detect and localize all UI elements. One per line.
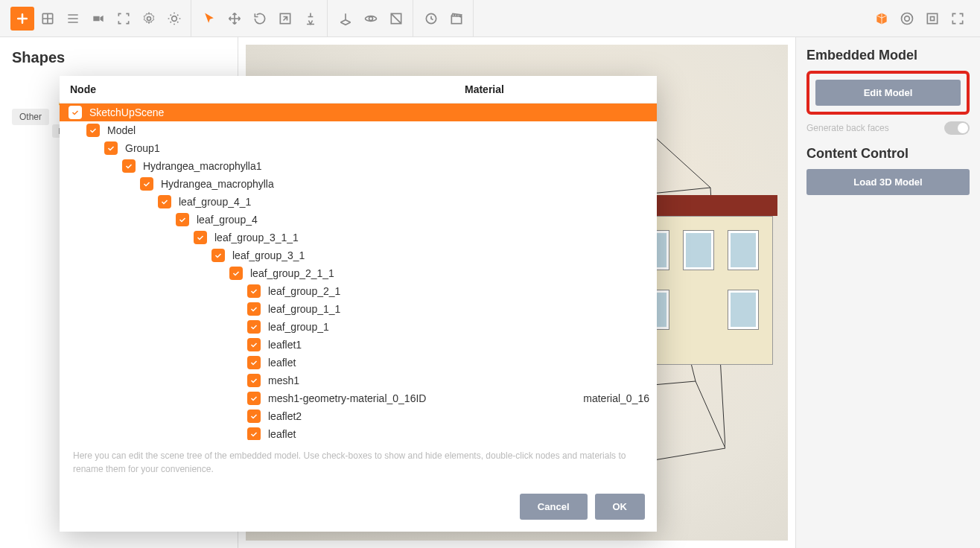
tree-row[interactable]: Group1 (60, 139, 657, 157)
scene-tree[interactable]: SketchUpSceneModelGroup1Hydrangea_macrop… (60, 103, 657, 440)
tree-checkbox[interactable] (158, 195, 171, 208)
svg-point-2 (172, 16, 177, 21)
tree-checkbox[interactable] (247, 302, 261, 316)
tree-checkbox[interactable] (247, 320, 261, 334)
tree-checkbox[interactable] (247, 374, 261, 387)
dialog-header: Node Material (60, 76, 657, 103)
svg-point-9 (902, 13, 913, 24)
scale-icon[interactable] (273, 7, 297, 31)
tree-row[interactable]: leaf_group_1_1 (60, 300, 657, 318)
tree-checkbox[interactable] (211, 249, 225, 262)
tree-node-label: leaf_group_4_1 (179, 196, 251, 208)
orbit-icon[interactable] (359, 7, 383, 31)
clapper-icon[interactable] (445, 7, 468, 31)
tree-node-label: leaf_group_3_1_1 (214, 232, 299, 243)
generate-back-faces-label: Generate back faces (806, 123, 889, 133)
tree-row[interactable]: leaflet (60, 354, 657, 372)
tree-node-label: leaflet (268, 428, 296, 440)
tree-checkbox[interactable] (247, 392, 261, 405)
tree-node-label: SketchUpScene (89, 106, 164, 118)
tree-checkbox[interactable] (140, 177, 153, 191)
tree-row[interactable]: leaf_group_2_1 (60, 282, 657, 300)
tree-row[interactable]: leaf_group_3_1_1 (60, 229, 657, 246)
clock-icon[interactable] (419, 7, 443, 31)
move-icon[interactable] (223, 7, 246, 31)
tree-checkbox[interactable] (247, 410, 261, 423)
tree-row[interactable]: Hydrangea_macrophylla (60, 175, 657, 193)
tree-row[interactable]: leaflet (60, 425, 657, 440)
texture-icon[interactable] (384, 7, 408, 31)
tree-checkbox[interactable] (69, 106, 82, 119)
tree-checkbox[interactable] (122, 159, 136, 173)
category-other[interactable]: Other (12, 109, 49, 125)
frame-icon[interactable] (920, 7, 944, 31)
tree-row[interactable]: mesh1 (60, 372, 657, 389)
tree-checkbox[interactable] (176, 213, 189, 226)
tree-row[interactable]: leaflet1 (60, 336, 657, 354)
tree-row[interactable]: leaf_group_2_1_1 (60, 264, 657, 282)
tree-row[interactable]: Model (60, 121, 657, 139)
column-node: Node (70, 83, 465, 95)
svg-rect-12 (931, 16, 935, 20)
camera-icon[interactable] (86, 7, 110, 31)
tree-checkbox[interactable] (247, 427, 261, 440)
tree-row[interactable]: leaf_group_1 (60, 318, 657, 336)
list-icon[interactable] (61, 7, 85, 31)
focus-icon[interactable] (112, 7, 136, 31)
tree-checkbox[interactable] (247, 356, 261, 369)
cancel-button[interactable]: Cancel (520, 494, 588, 520)
dialog-help-text: Here you can edit the scene tree of the … (60, 440, 657, 485)
tree-node-label: leaf_group_2_1 (268, 285, 340, 297)
tree-node-label: Hydrangea_macrophylla1 (143, 160, 262, 172)
tree-row[interactable]: leaf_group_4_1 (60, 193, 657, 211)
edit-model-highlight: Edit Model (806, 71, 970, 115)
tree-row[interactable]: SketchUpScene (60, 103, 657, 121)
tree-row[interactable]: mesh1-geometry-material_0_16IDmaterial_0… (60, 389, 657, 407)
add-button[interactable] (10, 7, 34, 31)
generate-back-faces-toggle[interactable] (944, 121, 970, 135)
ok-button[interactable]: OK (595, 494, 646, 520)
tree-node-label: mesh1 (268, 375, 299, 386)
tree-node-label: Group1 (125, 142, 160, 154)
edit-model-button[interactable]: Edit Model (815, 80, 961, 106)
svg-point-1 (147, 16, 151, 20)
embedded-model-heading: Embedded Model (806, 48, 970, 63)
align-icon[interactable] (299, 7, 322, 31)
toolbar (0, 0, 980, 37)
svg-point-10 (905, 16, 910, 21)
tree-checkbox[interactable] (229, 267, 243, 280)
tree-checkbox[interactable] (247, 338, 261, 351)
cursor-icon[interactable] (197, 7, 221, 31)
tree-node-label: leaf_group_4 (197, 214, 258, 226)
tree-checkbox[interactable] (86, 124, 100, 137)
grid-icon[interactable] (36, 7, 60, 31)
help-icon[interactable] (895, 7, 919, 31)
tree-node-label: leaflet2 (268, 410, 302, 422)
tree-row[interactable]: leaf_group_4 (60, 211, 657, 229)
tree-node-label: leaf_group_1_1 (268, 303, 340, 315)
content-control-heading: Content Control (806, 146, 970, 162)
tree-node-label: mesh1-geometry-material_0_16ID (268, 392, 439, 404)
cube-icon[interactable] (870, 7, 894, 31)
tree-row[interactable]: leaf_group_3_1 (60, 246, 657, 264)
svg-rect-11 (927, 13, 937, 23)
fullscreen-icon[interactable] (946, 7, 970, 31)
tree-row[interactable]: Hydrangea_macrophylla1 (60, 157, 657, 175)
tree-checkbox[interactable] (247, 284, 261, 298)
tree-row[interactable]: leaflet2 (60, 407, 657, 425)
tree-node-label: leaflet1 (268, 339, 302, 351)
load-model-button[interactable]: Load 3D Model (806, 169, 970, 195)
tree-checkbox[interactable] (104, 141, 118, 155)
edit-model-dialog: Node Material SketchUpSceneModelGroup1Hy… (60, 76, 657, 532)
shapes-title: Shapes (12, 49, 226, 66)
svg-line-22 (696, 381, 725, 448)
gear-icon[interactable] (137, 7, 161, 31)
rotate-icon[interactable] (248, 7, 272, 31)
tree-checkbox[interactable] (194, 231, 207, 244)
ground-icon[interactable] (334, 7, 357, 31)
tree-node-label: leaf_group_3_1 (232, 249, 305, 261)
tree-node-label: Hydrangea_macrophylla (161, 178, 274, 190)
brightness-icon[interactable] (162, 7, 186, 31)
column-material: Material (465, 83, 646, 95)
tree-node-label: Model (107, 124, 136, 136)
